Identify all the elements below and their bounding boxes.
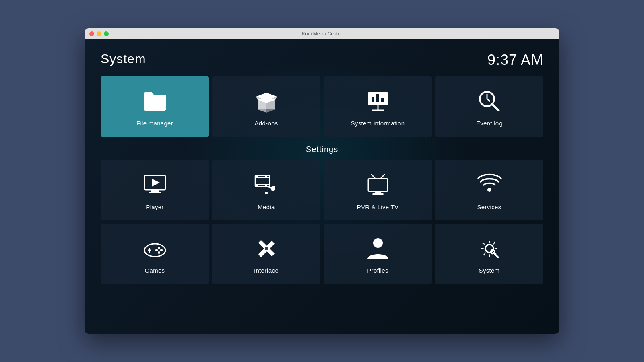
tile-pvr-live-tv-label: PVR & Live TV: [357, 204, 399, 210]
tile-player[interactable]: Player: [101, 160, 209, 220]
media-icon: [254, 172, 279, 198]
svg-line-9: [492, 104, 498, 110]
top-grid: File manager: [101, 76, 543, 137]
tile-profiles-label: Profiles: [367, 267, 388, 274]
interface-icon: [254, 236, 279, 261]
svg-rect-3: [372, 97, 374, 102]
tile-media-label: Media: [258, 204, 275, 210]
tile-system-information-label: System information: [351, 120, 405, 127]
close-button[interactable]: [89, 31, 94, 36]
settings-section: Settings Player: [101, 145, 543, 287]
svg-rect-4: [376, 94, 379, 102]
settings-grid-row2: Games Interface: [101, 224, 543, 284]
clock: 9:37 AM: [487, 51, 543, 68]
tile-games-label: Games: [145, 267, 165, 274]
svg-point-26: [487, 188, 491, 192]
system-information-icon: [365, 88, 391, 114]
svg-rect-17: [256, 176, 258, 178]
svg-point-38: [485, 245, 493, 253]
tile-system[interactable]: System: [435, 224, 543, 284]
add-ons-icon: [254, 88, 279, 114]
tile-system-label: System: [479, 267, 500, 274]
tile-media[interactable]: Media: [212, 160, 320, 220]
settings-label: Settings: [101, 145, 543, 154]
title-bar: Kodi Media Center: [85, 28, 559, 39]
tile-profiles[interactable]: Profiles: [324, 224, 432, 284]
svg-rect-23: [368, 179, 388, 191]
window-title: Kodi Media Center: [302, 31, 342, 37]
svg-point-32: [158, 251, 160, 254]
mac-window: Kodi Media Center System 9:37 AM File ma…: [85, 28, 559, 334]
minimize-button[interactable]: [97, 31, 101, 36]
svg-rect-11: [151, 190, 159, 192]
kodi-content: System 9:37 AM File manager: [85, 39, 559, 334]
svg-marker-13: [152, 179, 160, 187]
tile-services[interactable]: Services: [435, 160, 543, 220]
tile-add-ons[interactable]: Add-ons: [212, 76, 320, 137]
tile-file-manager-label: File manager: [136, 120, 173, 127]
svg-point-37: [373, 238, 383, 248]
tile-event-log-label: Event log: [476, 120, 502, 127]
settings-grid-row1: Player: [101, 160, 543, 220]
player-icon: [142, 172, 168, 198]
tile-games[interactable]: Games: [101, 224, 209, 284]
file-manager-icon: [142, 88, 168, 114]
tile-pvr-live-tv[interactable]: PVR & Live TV: [324, 160, 432, 220]
games-icon: [142, 236, 168, 261]
svg-point-31: [160, 249, 163, 251]
svg-line-21: [372, 175, 375, 178]
tile-services-label: Services: [477, 204, 502, 210]
svg-line-22: [381, 175, 384, 178]
header: System 9:37 AM: [101, 51, 543, 68]
svg-rect-12: [149, 192, 161, 193]
pvr-live-tv-icon: [365, 172, 391, 198]
svg-rect-20: [265, 184, 267, 186]
traffic-lights: [89, 31, 109, 36]
svg-rect-36: [265, 247, 268, 250]
svg-rect-5: [381, 98, 384, 102]
system-icon: [477, 236, 502, 261]
tile-player-label: Player: [146, 204, 163, 210]
page-title: System: [101, 51, 146, 66]
svg-point-30: [158, 247, 160, 249]
tile-interface-label: Interface: [254, 267, 279, 274]
tile-file-manager[interactable]: File manager: [101, 76, 209, 137]
profiles-icon: [365, 236, 391, 261]
maximize-button[interactable]: [104, 31, 109, 36]
tile-event-log[interactable]: Event log: [435, 76, 543, 137]
tile-add-ons-label: Add-ons: [255, 120, 278, 127]
svg-rect-18: [265, 176, 267, 178]
svg-line-8: [487, 99, 490, 101]
event-log-icon: [477, 88, 502, 114]
services-icon: [477, 172, 502, 198]
svg-rect-19: [256, 184, 258, 186]
tile-system-information[interactable]: System information: [324, 76, 432, 137]
svg-point-33: [155, 249, 158, 251]
tile-interface[interactable]: Interface: [212, 224, 320, 284]
svg-rect-25: [372, 193, 384, 195]
svg-rect-24: [375, 191, 381, 193]
top-grid-section: File manager: [101, 76, 543, 145]
